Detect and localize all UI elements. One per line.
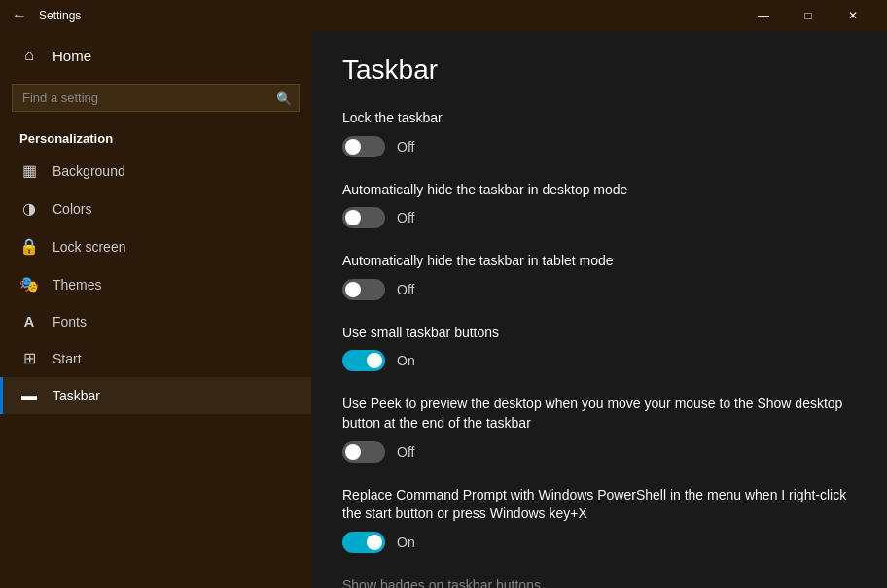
sidebar-item-label: Start [53,351,82,366]
setting-auto-hide-tablet: Automatically hide the taskbar in tablet… [342,252,856,300]
toggle-row-lock-taskbar: Off [342,136,856,157]
toggle-state-powershell: On [397,535,415,550]
start-icon: ⊞ [19,349,39,367]
toggle-auto-hide-tablet[interactable] [342,279,385,300]
setting-label-powershell: Replace Command Prompt with Windows Powe… [342,486,856,524]
taskbar-icon: ▬ [19,387,39,404]
sidebar-item-colors[interactable]: ◑ Colors [0,190,311,227]
search-icon: 🔍 [276,90,292,105]
setting-label-auto-hide-desktop: Automatically hide the taskbar in deskto… [342,181,856,200]
lock-icon: 🔒 [19,237,39,256]
toggle-row-peek: Off [342,441,856,463]
close-button[interactable]: ✕ [831,0,875,31]
page-title: Taskbar [342,54,856,86]
sidebar-item-label: Lock screen [53,239,125,255]
toggle-state-auto-hide-desktop: Off [397,210,414,225]
setting-badges: Show badges on taskbar buttons [342,576,856,588]
sidebar-item-background[interactable]: ▦ Background [0,152,311,190]
setting-auto-hide-desktop: Automatically hide the taskbar in deskto… [342,181,856,229]
toggle-row-powershell: On [342,532,856,553]
toggle-row-small-buttons: On [342,350,856,371]
home-icon: ⌂ [19,47,39,64]
app-title: Settings [39,9,741,22]
sidebar-item-lock-screen[interactable]: 🔒 Lock screen [0,227,311,265]
toggle-state-peek: Off [397,444,414,460]
setting-label-peek: Use Peek to preview the desktop when you… [342,395,856,432]
toggle-thumb [367,353,382,368]
toggle-lock-taskbar[interactable] [342,136,385,157]
toggle-thumb [345,282,361,297]
setting-label-small-buttons: Use small taskbar buttons [342,324,856,343]
toggle-state-lock-taskbar: Off [397,139,414,155]
sidebar-item-label: Themes [53,277,102,293]
minimize-button[interactable]: — [741,0,786,31]
setting-lock-taskbar: Lock the taskbar Off [342,109,856,157]
setting-small-buttons: Use small taskbar buttons On [342,324,856,372]
main-layout: ⌂ Home 🔍 Personalization ▦ Background ◑ … [0,31,887,588]
toggle-thumb [345,210,361,225]
sidebar-item-label: Colors [53,201,91,217]
sidebar: ⌂ Home 🔍 Personalization ▦ Background ◑ … [0,31,311,588]
fonts-icon: A [19,313,39,329]
sidebar-item-label: Taskbar [53,388,100,403]
home-label: Home [53,48,91,64]
setting-label-badges: Show badges on taskbar buttons [342,576,856,588]
toggle-state-small-buttons: On [397,353,415,368]
back-button[interactable]: ← [12,7,27,24]
toggle-peek[interactable] [342,441,385,463]
setting-label-auto-hide-tablet: Automatically hide the taskbar in tablet… [342,252,856,271]
setting-label-lock-taskbar: Lock the taskbar [342,109,856,128]
toggle-thumb [367,535,382,550]
sidebar-item-label: Fonts [53,314,87,329]
window-controls: — □ ✕ [741,0,875,31]
toggle-state-auto-hide-tablet: Off [397,282,414,297]
section-title: Personalization [0,123,311,152]
search-input[interactable] [12,84,300,112]
toggle-powershell[interactable] [342,532,385,553]
title-bar: ← Settings — □ ✕ [0,0,887,31]
sidebar-item-taskbar[interactable]: ▬ Taskbar [0,377,311,414]
toggle-thumb [345,444,361,460]
maximize-button[interactable]: □ [786,0,831,31]
toggle-row-auto-hide-tablet: Off [342,279,856,300]
sidebar-item-themes[interactable]: 🎭 Themes [0,265,311,303]
toggle-auto-hide-desktop[interactable] [342,207,385,228]
themes-icon: 🎭 [19,275,39,294]
setting-powershell: Replace Command Prompt with Windows Powe… [342,486,856,553]
background-icon: ▦ [19,161,39,180]
content-area: Taskbar Lock the taskbar Off Automatical… [311,31,887,588]
toggle-small-buttons[interactable] [342,350,385,371]
home-nav-item[interactable]: ⌂ Home [0,31,311,80]
setting-peek: Use Peek to preview the desktop when you… [342,395,856,462]
sidebar-item-label: Background [53,163,125,179]
toggle-thumb [345,139,361,155]
toggle-row-auto-hide-desktop: Off [342,207,856,228]
sidebar-item-fonts[interactable]: A Fonts [0,303,311,339]
colors-icon: ◑ [19,199,39,218]
search-box: 🔍 [12,84,300,112]
sidebar-item-start[interactable]: ⊞ Start [0,339,311,377]
